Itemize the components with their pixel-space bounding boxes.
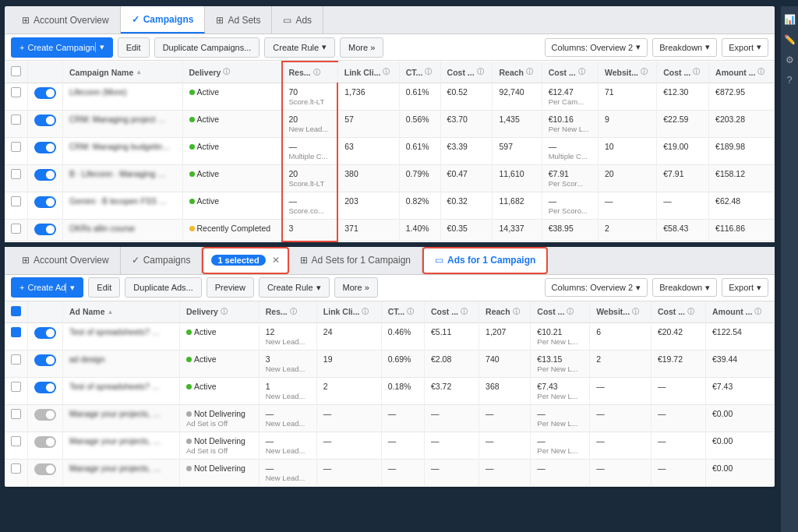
duplicate-campaigns-button[interactable]: Duplicate Campaigns...: [154, 37, 260, 58]
info-icon[interactable]: ⓘ: [513, 307, 520, 317]
col-cost2-ads[interactable]: Cost ... ⓘ: [531, 301, 590, 323]
col-cost3-ads[interactable]: Cost ... ⓘ: [651, 301, 705, 323]
row-toggle[interactable]: [28, 83, 63, 111]
col-link-cli[interactable]: Link Cli... ⓘ: [337, 62, 399, 83]
info-icon[interactable]: ⓘ: [223, 67, 230, 77]
create-campaign-button[interactable]: + Create Campaign ▾: [11, 37, 113, 58]
preview-button[interactable]: Preview: [207, 277, 254, 298]
info-icon[interactable]: ⓘ: [313, 68, 320, 78]
tab-bottom-ads[interactable]: ▭ Ads for 1 Campaign: [422, 247, 548, 274]
row-checkbox[interactable]: [5, 111, 28, 138]
info-icon[interactable]: ⓘ: [641, 67, 648, 77]
row-checkbox[interactable]: [5, 322, 28, 350]
row-checkbox[interactable]: [5, 459, 28, 486]
info-icon[interactable]: ⓘ: [425, 67, 432, 77]
row-checkbox[interactable]: [5, 220, 28, 241]
create-ad-button[interactable]: + Create Ad ▾: [11, 277, 83, 298]
row-checkbox[interactable]: [5, 377, 28, 404]
dropdown-arrow[interactable]: ▾: [95, 42, 104, 52]
chart-icon[interactable]: 📊: [784, 14, 796, 25]
row-checkbox[interactable]: [5, 432, 28, 459]
info-icon[interactable]: ⓘ: [693, 67, 700, 77]
tab-selected-badge[interactable]: 1 selected ✕: [202, 247, 288, 274]
settings-icon[interactable]: ⚙: [786, 55, 794, 65]
row-toggle[interactable]: [28, 350, 63, 377]
col-link-cli-ads[interactable]: Link Cli... ⓘ: [316, 301, 381, 323]
col-campaign-name[interactable]: Campaign Name ▲: [63, 62, 183, 83]
columns-ads-button[interactable]: Columns: Overview 2 ▾: [545, 278, 648, 297]
clear-selection-button[interactable]: ✕: [272, 255, 280, 266]
col-websit[interactable]: Websit... ⓘ: [598, 62, 657, 83]
col-cost[interactable]: Cost ... ⓘ: [440, 62, 493, 83]
export-ads-button[interactable]: Export ▾: [722, 278, 768, 297]
tab-bottom-campaigns[interactable]: ✓ Campaigns: [121, 247, 203, 274]
question-icon[interactable]: ?: [787, 75, 793, 86]
breakdown-ads-button[interactable]: Breakdown ▾: [652, 278, 717, 297]
col-reach[interactable]: Reach ⓘ: [493, 62, 542, 83]
info-icon[interactable]: ⓘ: [383, 67, 390, 77]
info-icon[interactable]: ⓘ: [754, 307, 761, 317]
col-ct-ads[interactable]: CT... ⓘ: [381, 301, 424, 323]
export-button[interactable]: Export ▾: [722, 38, 768, 57]
info-icon[interactable]: ⓘ: [632, 307, 639, 317]
tab-adsets[interactable]: ⊞ Ad Sets: [205, 6, 272, 33]
col-delivery[interactable]: Delivery ⓘ: [179, 301, 259, 323]
col-ct[interactable]: CT... ⓘ: [399, 62, 440, 83]
info-icon[interactable]: ⓘ: [757, 67, 764, 77]
col-websit-ads[interactable]: Websit... ⓘ: [590, 301, 651, 323]
col-amount-ads[interactable]: Amount ... ⓘ: [706, 301, 775, 323]
more-button[interactable]: More »: [340, 37, 383, 58]
info-icon[interactable]: ⓘ: [461, 307, 468, 317]
col-cost3[interactable]: Cost ... ⓘ: [657, 62, 709, 83]
info-icon[interactable]: ⓘ: [362, 307, 369, 317]
select-all-ads-checkbox[interactable]: [11, 306, 21, 316]
row-toggle[interactable]: [28, 111, 63, 138]
row-toggle[interactable]: [28, 432, 63, 459]
info-icon[interactable]: ⓘ: [221, 307, 228, 317]
row-toggle[interactable]: [28, 404, 63, 432]
tab-account-overview[interactable]: ⊞ Account Overview: [11, 6, 121, 33]
tab-ads[interactable]: ▭ Ads: [272, 6, 323, 33]
tab-bottom-account[interactable]: ⊞ Account Overview: [11, 247, 121, 274]
col-cost-ads[interactable]: Cost ... ⓘ: [425, 301, 479, 323]
row-toggle[interactable]: [28, 377, 63, 404]
row-checkbox[interactable]: [5, 404, 28, 432]
row-toggle[interactable]: [28, 192, 63, 220]
edit-button[interactable]: Edit: [118, 37, 150, 58]
edit-ads-button[interactable]: Edit: [88, 277, 120, 298]
breakdown-button[interactable]: Breakdown ▾: [652, 38, 717, 57]
create-rule-button[interactable]: Create Rule ▾: [264, 37, 335, 58]
row-checkbox[interactable]: [5, 83, 28, 111]
tab-bottom-adsets[interactable]: ⊞ Ad Sets for 1 Campaign: [289, 247, 422, 274]
create-rule-ads-button[interactable]: Create Rule ▾: [259, 277, 330, 298]
col-delivery[interactable]: Delivery ⓘ: [182, 62, 281, 83]
edit-icon[interactable]: ✏️: [784, 34, 796, 45]
col-ad-name[interactable]: Ad Name ▲: [63, 301, 180, 323]
col-cost2[interactable]: Cost ... ⓘ: [542, 62, 598, 83]
col-res[interactable]: Res... ⓘ: [282, 62, 338, 83]
info-icon[interactable]: ⓘ: [290, 307, 297, 317]
row-toggle[interactable]: [28, 322, 63, 350]
col-res-ads[interactable]: Res... ⓘ: [259, 301, 316, 323]
row-toggle[interactable]: [28, 220, 63, 241]
info-icon[interactable]: ⓘ: [407, 307, 414, 317]
col-reach-ads[interactable]: Reach ⓘ: [479, 301, 531, 323]
info-icon[interactable]: ⓘ: [526, 67, 533, 77]
info-icon[interactable]: ⓘ: [567, 307, 574, 317]
select-all-checkbox[interactable]: [11, 66, 21, 76]
dropdown-arrow[interactable]: ▾: [65, 283, 75, 293]
col-amount[interactable]: Amount ... ⓘ: [709, 62, 775, 83]
info-icon[interactable]: ⓘ: [578, 67, 585, 77]
row-checkbox[interactable]: [5, 165, 28, 192]
tab-campaigns[interactable]: ✓ Campaigns: [121, 6, 206, 33]
row-checkbox[interactable]: [5, 350, 28, 377]
more-ads-button[interactable]: More »: [334, 277, 378, 298]
row-toggle[interactable]: [28, 138, 63, 165]
columns-button[interactable]: Columns: Overview 2 ▾: [545, 38, 648, 57]
row-toggle[interactable]: [28, 165, 63, 192]
info-icon[interactable]: ⓘ: [687, 307, 694, 317]
info-icon[interactable]: ⓘ: [477, 67, 484, 77]
duplicate-ads-button[interactable]: Duplicate Ads...: [125, 277, 201, 298]
row-checkbox[interactable]: [5, 192, 28, 220]
row-checkbox[interactable]: [5, 138, 28, 165]
